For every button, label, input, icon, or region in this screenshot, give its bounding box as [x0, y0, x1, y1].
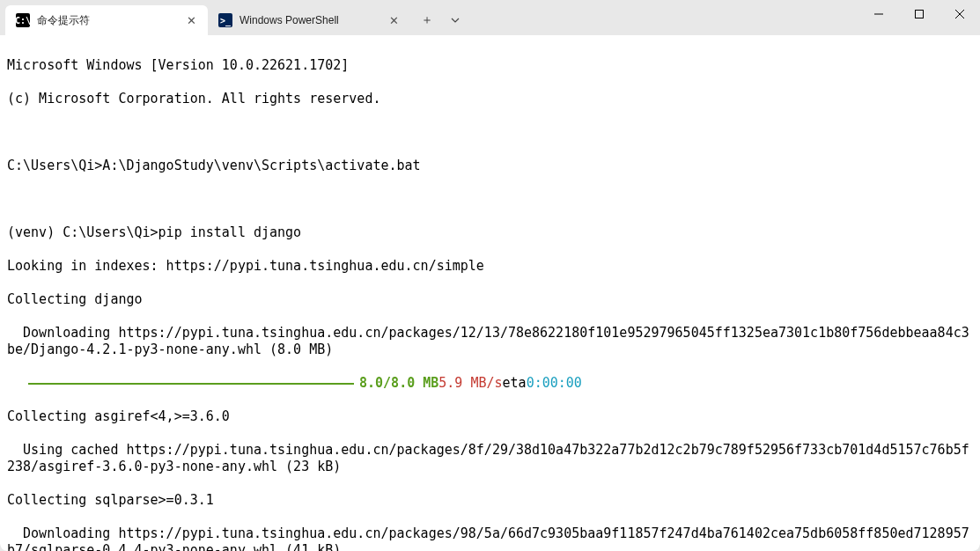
cmd-icon: C:\ [16, 13, 30, 27]
progress-size: 8.0/8.0 MB [359, 375, 438, 392]
output-line: Looking in indexes: https://pypi.tuna.ts… [7, 258, 973, 275]
tab-title: 命令提示符 [37, 13, 176, 28]
terminal-output[interactable]: Microsoft Windows [Version 10.0.22621.17… [0, 35, 980, 551]
output-line: Downloading https://pypi.tuna.tsinghua.e… [7, 325, 973, 358]
prompt-line: (venv) C:\Users\Qi>pip install django [7, 224, 973, 241]
output-line: Downloading https://pypi.tuna.tsinghua.e… [7, 525, 973, 551]
progress-speed: 5.9 MB/s [438, 375, 502, 392]
minimize-button[interactable] [858, 0, 899, 28]
powershell-icon: >_ [218, 13, 232, 27]
tab-strip: C:\ 命令提示符 ✕ >_ Windows PowerShell ✕ ＋ [5, 0, 468, 35]
copyright: (c) Microsoft Corporation. All rights re… [7, 91, 973, 107]
tab-cmd[interactable]: C:\ 命令提示符 ✕ [5, 5, 208, 35]
tab-dropdown-button[interactable] [442, 8, 468, 33]
output-line: Collecting django [7, 291, 973, 308]
maximize-button[interactable] [899, 0, 939, 28]
progress-row: 8.0/8.0 MB 5.9 MB/s eta 0:00:00 [7, 375, 973, 392]
new-tab-button[interactable]: ＋ [414, 8, 440, 33]
prompt-line: C:\Users\Qi>A:\DjangoStudy\venv\Scripts\… [7, 158, 973, 174]
new-tab-group: ＋ [414, 5, 468, 35]
output-line: Collecting asgiref<4,>=3.6.0 [7, 408, 973, 425]
close-tab-icon[interactable]: ✕ [386, 12, 402, 28]
output-line: Collecting sqlparse>=0.3.1 [7, 492, 973, 509]
os-version: Microsoft Windows [Version 10.0.22621.17… [7, 57, 973, 74]
progress-eta: 0:00:00 [527, 375, 582, 392]
eta-label: eta [503, 375, 527, 392]
tab-powershell[interactable]: >_ Windows PowerShell ✕ [208, 5, 410, 35]
output-line: Using cached https://pypi.tuna.tsinghua.… [7, 442, 973, 475]
tab-title: Windows PowerShell [239, 14, 379, 26]
svg-rect-1 [916, 11, 924, 18]
close-window-button[interactable] [939, 0, 980, 28]
window-controls [858, 0, 980, 28]
titlebar: C:\ 命令提示符 ✕ >_ Windows PowerShell ✕ ＋ [0, 0, 980, 35]
progress-bar [28, 383, 354, 385]
close-tab-icon[interactable]: ✕ [183, 12, 199, 28]
